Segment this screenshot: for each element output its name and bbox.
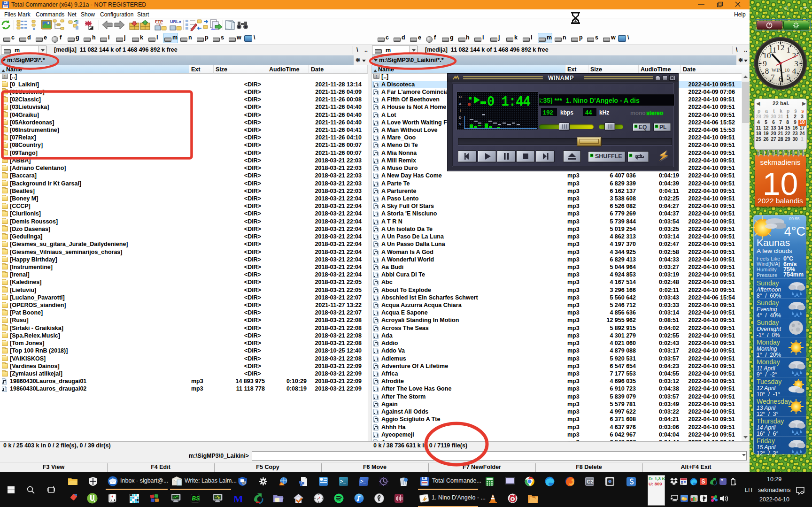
svg-text:4: 4 (792, 67, 797, 76)
svg-text:12: 12 (777, 43, 785, 52)
svg-text:11: 11 (769, 46, 776, 54)
svg-text:1: 1 (787, 46, 791, 54)
svg-text:9: 9 (763, 59, 767, 68)
svg-text:8: 8 (765, 67, 769, 76)
svg-text:7: 7 (771, 73, 775, 82)
svg-text:5: 5 (787, 73, 791, 82)
